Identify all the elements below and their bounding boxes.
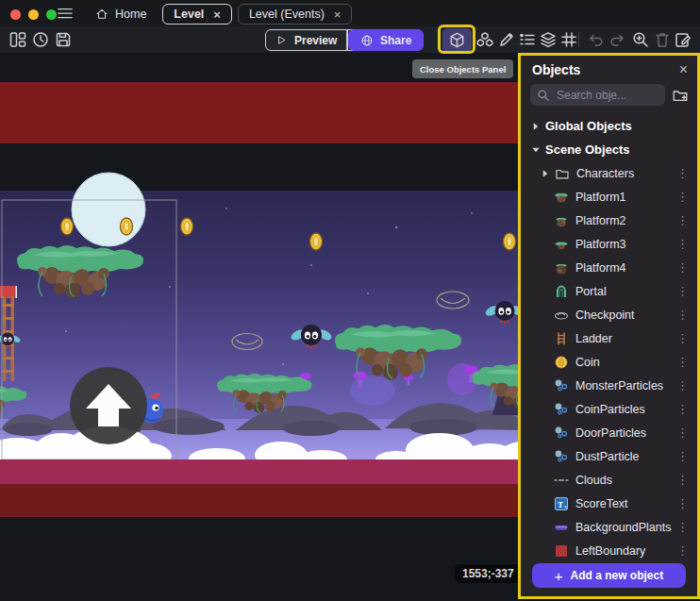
- kebab-menu-icon[interactable]: ⋮: [676, 285, 689, 297]
- kebab-menu-icon[interactable]: ⋮: [676, 167, 689, 179]
- kebab-menu-icon[interactable]: ⋮: [676, 403, 689, 415]
- object-row-coin[interactable]: Coin⋮: [521, 350, 697, 374]
- coin-instance[interactable]: [504, 233, 516, 250]
- object-row-monsterparticles[interactable]: MonsterParticles⋮: [521, 374, 697, 397]
- object-label: Platform3: [575, 238, 626, 251]
- grid-icon[interactable]: [559, 30, 578, 49]
- coin-instance[interactable]: [310, 233, 323, 250]
- coin-instance[interactable]: [181, 218, 193, 235]
- object-label: Platform2: [575, 214, 626, 227]
- platform3-icon: [554, 237, 569, 252]
- particles-icon: [554, 402, 569, 417]
- close-tab-icon[interactable]: ×: [213, 8, 221, 21]
- scene-properties-icon[interactable]: [674, 30, 692, 49]
- search-input[interactable]: [555, 88, 658, 103]
- caret-down-icon[interactable]: [530, 144, 542, 156]
- top-boundary-instance[interactable]: [0, 82, 525, 143]
- object-row-scoretext[interactable]: TxScoreText⋮: [521, 492, 697, 515]
- kebab-menu-icon[interactable]: ⋮: [676, 356, 689, 368]
- tab-label: Level (Events): [249, 8, 325, 21]
- objects-panel-button[interactable]: [442, 28, 472, 52]
- tab-level[interactable]: Level ×: [162, 4, 232, 25]
- toolbar-divider: [578, 32, 579, 47]
- home-icon: [95, 8, 108, 21]
- moon-instance[interactable]: [72, 173, 145, 246]
- hamburger-menu-icon[interactable]: [57, 6, 74, 21]
- platform1-icon: [554, 190, 569, 205]
- tab-label: Home: [115, 8, 146, 21]
- coin-icon: [554, 355, 569, 370]
- object-row-portal[interactable]: Portal⋮: [521, 279, 697, 303]
- kebab-menu-icon[interactable]: ⋮: [676, 497, 689, 509]
- object-row-platform3[interactable]: Platform3⋮: [521, 232, 697, 256]
- section-row-scene-objects[interactable]: Scene Objects: [521, 138, 697, 161]
- caret-right-icon[interactable]: [540, 168, 551, 179]
- add-object-button[interactable]: + Add a new object: [532, 563, 686, 588]
- object-row-backgroundplants[interactable]: BackgroundPlants⋮: [521, 515, 697, 539]
- caret-right-icon[interactable]: [530, 121, 542, 132]
- kebab-menu-icon[interactable]: ⋮: [676, 214, 689, 226]
- section-label: Scene Objects: [545, 142, 630, 157]
- history-icon[interactable]: [31, 30, 50, 49]
- background-plant-blob[interactable]: [350, 376, 395, 406]
- redo-icon[interactable]: [608, 30, 627, 49]
- coin-instance[interactable]: [121, 218, 133, 235]
- kebab-menu-icon[interactable]: ⋮: [676, 379, 689, 392]
- close-tab-icon[interactable]: ×: [334, 8, 342, 21]
- kebab-menu-icon[interactable]: ⋮: [676, 238, 689, 250]
- titlebar: Home Level × Level (Events) ×: [0, 0, 700, 26]
- object-row-platform4[interactable]: Platform4⋮: [521, 256, 697, 279]
- close-panel-icon[interactable]: ×: [679, 62, 688, 77]
- object-row-doorparticles[interactable]: DoorParticles⋮: [521, 421, 697, 444]
- object-row-platform2[interactable]: Platform2⋮: [521, 209, 697, 232]
- share-button[interactable]: Share: [348, 29, 424, 51]
- tooltip: Close Objects Panel: [412, 59, 513, 78]
- panel-layout-icon[interactable]: [8, 30, 27, 49]
- object-row-clouds[interactable]: Clouds⋮: [521, 468, 697, 492]
- kebab-menu-icon[interactable]: ⋮: [676, 261, 689, 274]
- tab-home[interactable]: Home: [85, 4, 157, 25]
- zoom-in-icon[interactable]: [631, 30, 650, 49]
- object-label: Checkpoint: [575, 309, 635, 322]
- kebab-menu-icon[interactable]: ⋮: [676, 332, 689, 344]
- maximize-window-icon[interactable]: [46, 9, 57, 20]
- kebab-menu-icon[interactable]: ⋮: [676, 544, 689, 557]
- particles-icon: [554, 378, 569, 393]
- object-row-dustparticle[interactable]: DustParticle⋮: [521, 444, 697, 468]
- tab-bar: Home Level × Level (Events) ×: [85, 3, 352, 25]
- scene-editor-canvas[interactable]: 1553;-337: [0, 53, 525, 601]
- kebab-menu-icon[interactable]: ⋮: [676, 191, 689, 203]
- undo-icon[interactable]: [586, 30, 605, 49]
- minimize-window-icon[interactable]: [28, 9, 39, 20]
- kebab-menu-icon[interactable]: ⋮: [676, 521, 689, 533]
- close-window-icon[interactable]: [10, 9, 21, 20]
- jump-control-overlay[interactable]: [70, 367, 147, 444]
- delete-icon[interactable]: [653, 30, 672, 49]
- object-row-checkpoint[interactable]: Checkpoint⋮: [521, 303, 697, 326]
- instances-list-icon[interactable]: [518, 30, 537, 49]
- kebab-menu-icon[interactable]: ⋮: [676, 450, 689, 462]
- platform2-icon: [554, 213, 569, 228]
- object-groups-icon[interactable]: [475, 30, 494, 49]
- tab-level-events[interactable]: Level (Events) ×: [238, 4, 353, 25]
- edit-icon[interactable]: [497, 30, 516, 49]
- coin-instance[interactable]: [61, 218, 74, 235]
- object-row-coinparticles[interactable]: CoinParticles⋮: [521, 397, 697, 421]
- search-box[interactable]: [530, 84, 665, 106]
- kebab-menu-icon[interactable]: ⋮: [676, 474, 689, 486]
- kebab-menu-icon[interactable]: ⋮: [676, 309, 689, 321]
- section-row-global-objects[interactable]: Global Objects: [521, 114, 697, 138]
- object-label: BackgroundPlants: [575, 521, 671, 534]
- object-row-platform1[interactable]: Platform1⋮: [521, 185, 697, 209]
- kebab-menu-icon[interactable]: ⋮: [676, 426, 689, 439]
- particles-icon: [554, 449, 569, 464]
- bottom-band-crimson[interactable]: [0, 459, 525, 484]
- object-row-leftboundary[interactable]: LeftBoundary⋮: [521, 539, 697, 562]
- add-folder-icon[interactable]: [672, 87, 689, 104]
- bottom-boundary-instance[interactable]: [0, 484, 525, 517]
- share-label: Share: [380, 34, 411, 47]
- object-row-ladder[interactable]: Ladder⋮: [521, 326, 697, 350]
- save-icon[interactable]: [54, 30, 73, 49]
- folder-row-characters[interactable]: Characters⋮: [521, 161, 697, 185]
- layers-icon[interactable]: [539, 30, 558, 49]
